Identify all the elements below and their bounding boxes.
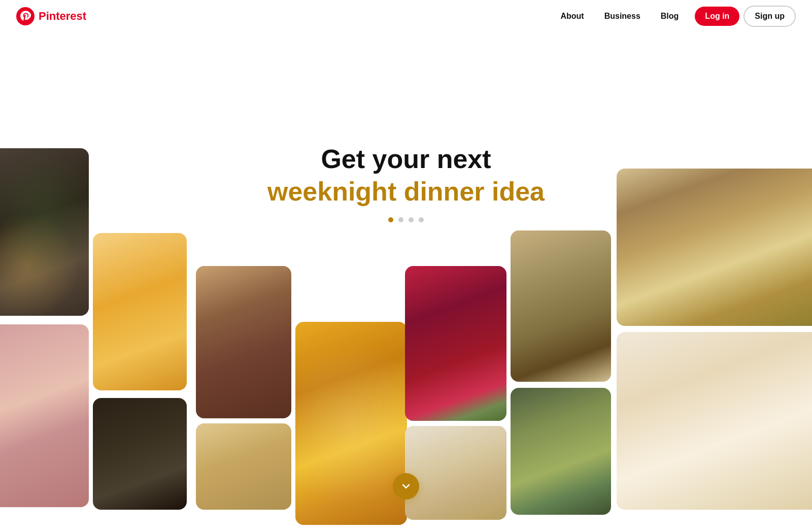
nav-blog[interactable]: Blog (653, 8, 687, 25)
logo-text: Pinterest (39, 10, 86, 23)
food-image-4 (93, 398, 187, 510)
pinterest-logo-icon (16, 7, 35, 25)
food-image-8 (405, 266, 506, 421)
nav-business[interactable]: Business (596, 8, 649, 25)
logo[interactable]: Pinterest (16, 7, 86, 25)
food-image-7 (295, 322, 407, 525)
food-image-2 (0, 324, 89, 507)
carousel-dot-2[interactable] (398, 217, 403, 222)
food-image-5 (196, 266, 291, 418)
main-nav: About Business Blog Log in Sign up (552, 6, 796, 27)
food-image-11 (511, 388, 611, 515)
image-mosaic (0, 32, 812, 530)
food-image-13 (617, 332, 812, 510)
carousel-dot-3[interactable] (409, 217, 414, 222)
carousel-dot-1[interactable] (388, 217, 393, 222)
chevron-down-icon (400, 480, 412, 492)
scroll-down-button[interactable] (393, 473, 419, 500)
food-image-10 (511, 230, 611, 382)
login-button[interactable]: Log in (695, 7, 739, 26)
food-image-1 (0, 148, 89, 316)
nav-about[interactable]: About (552, 8, 592, 25)
food-image-9 (405, 426, 506, 520)
header: Pinterest About Business Blog Log in Sig… (0, 0, 812, 32)
food-image-12 (617, 169, 812, 326)
signup-button[interactable]: Sign up (743, 6, 796, 27)
hero-title-line2: weeknight dinner idea (267, 177, 545, 207)
food-image-3 (93, 233, 187, 390)
carousel-dot-4[interactable] (419, 217, 424, 222)
hero-title-line1: Get your next (321, 144, 491, 175)
svg-point-0 (16, 7, 35, 25)
food-image-6 (196, 423, 291, 510)
hero-section: Get your next weeknight dinner idea (0, 32, 812, 530)
carousel-dots (388, 217, 424, 222)
